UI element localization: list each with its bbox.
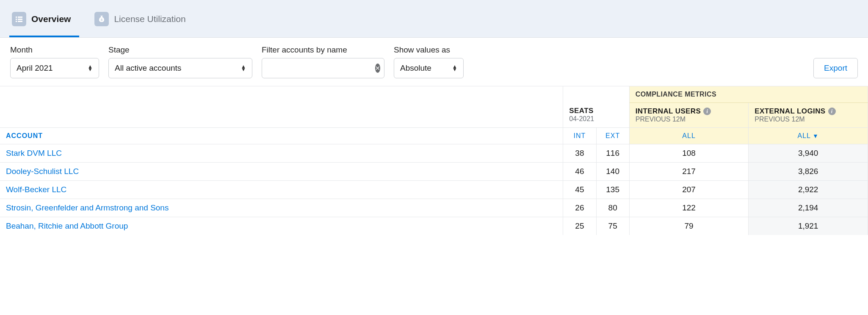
tab-overview[interactable]: Overview <box>9 7 79 37</box>
external-logins-header: EXTERNAL LOGINS i <box>755 107 862 116</box>
filter-month: Month April 2021 ▲▼ <box>10 45 99 78</box>
external-all-column-header[interactable]: ALL▼ <box>749 128 868 144</box>
stage-select[interactable]: All active accounts ▲▼ <box>108 58 252 78</box>
seats-int-cell: 46 <box>563 163 596 181</box>
svg-rect-0 <box>16 17 17 18</box>
internal-users-cell: 108 <box>629 144 749 163</box>
account-link[interactable]: Stark DVM LLC <box>0 144 563 163</box>
external-logins-cell: 3,940 <box>749 144 868 163</box>
seats-ext-cell: 116 <box>596 144 629 163</box>
internal-all-column-header[interactable]: ALL <box>629 128 749 144</box>
filter-name-label: Filter accounts by name <box>262 45 384 55</box>
seats-int-cell: 38 <box>563 144 596 163</box>
month-label: Month <box>10 45 99 55</box>
external-logins-cell: 3,826 <box>749 163 868 181</box>
filter-stage: Stage All active accounts ▲▼ <box>108 45 252 78</box>
internal-users-header: INTERNAL USERS i <box>636 107 743 116</box>
info-icon[interactable]: i <box>828 108 836 115</box>
chevron-updown-icon: ▲▼ <box>452 65 457 71</box>
external-logins-sub: PREVIOUS 12M <box>755 116 862 123</box>
external-logins-cell: 1,921 <box>749 217 868 235</box>
seats-date: 04-2021 <box>569 115 623 123</box>
filter-name: Filter accounts by name ✕ <box>262 45 384 78</box>
internal-users-cell: 207 <box>629 181 749 199</box>
internal-users-cell: 122 <box>629 199 749 217</box>
compliance-metrics-header: COMPLIANCE METRICS <box>629 86 868 103</box>
external-logins-cell: 2,922 <box>749 181 868 199</box>
seats-header: SEATS <box>569 107 623 115</box>
internal-users-sub: PREVIOUS 12M <box>636 116 743 123</box>
account-column-header[interactable]: ACCOUNT <box>0 128 563 144</box>
filters-row: Month April 2021 ▲▼ Stage All active acc… <box>0 38 868 86</box>
seats-int-cell: 45 <box>563 181 596 199</box>
table-row: Stark DVM LLC381161083,940 <box>0 144 868 163</box>
int-column-header[interactable]: INT <box>563 128 596 144</box>
show-values-value: Absolute <box>400 64 431 73</box>
clear-icon[interactable]: ✕ <box>375 64 380 73</box>
svg-text:$: $ <box>101 18 103 22</box>
svg-rect-5 <box>18 21 22 22</box>
internal-users-cell: 79 <box>629 217 749 235</box>
external-logins-cell: 2,194 <box>749 199 868 217</box>
list-icon <box>12 12 26 26</box>
table-row: Beahan, Ritchie and Abbott Group2575791,… <box>0 217 868 235</box>
money-bag-icon: $ <box>94 12 109 26</box>
table-row: Dooley-Schulist LLC461402173,826 <box>0 163 868 181</box>
sort-desc-icon: ▼ <box>813 133 819 139</box>
seats-int-cell: 25 <box>563 217 596 235</box>
month-value: April 2021 <box>17 64 53 73</box>
seats-ext-cell: 135 <box>596 181 629 199</box>
seats-ext-cell: 80 <box>596 199 629 217</box>
stage-label: Stage <box>108 45 252 55</box>
ext-column-header[interactable]: EXT <box>596 128 629 144</box>
month-select[interactable]: April 2021 ▲▼ <box>10 58 99 78</box>
show-values-select[interactable]: Absolute ▲▼ <box>394 58 464 78</box>
info-icon[interactable]: i <box>703 108 711 115</box>
svg-rect-4 <box>16 21 17 22</box>
account-link[interactable]: Strosin, Greenfelder and Armstrong and S… <box>0 199 563 217</box>
filter-name-input[interactable] <box>268 63 370 73</box>
svg-rect-2 <box>16 19 17 20</box>
account-link[interactable]: Beahan, Ritchie and Abbott Group <box>0 217 563 235</box>
chevron-updown-icon: ▲▼ <box>241 65 246 71</box>
svg-rect-1 <box>18 17 22 18</box>
seats-ext-cell: 140 <box>596 163 629 181</box>
tabs-bar: Overview $ License Utilization <box>0 0 868 38</box>
filter-name-input-wrap: ✕ <box>262 58 384 78</box>
chevron-updown-icon: ▲▼ <box>88 65 93 71</box>
internal-users-cell: 217 <box>629 163 749 181</box>
seats-ext-cell: 75 <box>596 217 629 235</box>
filter-show-values: Show values as Absolute ▲▼ <box>394 45 464 78</box>
table-row: Wolf-Becker LLC451352072,922 <box>0 181 868 199</box>
table-row: Strosin, Greenfelder and Armstrong and S… <box>0 199 868 217</box>
show-values-label: Show values as <box>394 45 464 55</box>
account-link[interactable]: Dooley-Schulist LLC <box>0 163 563 181</box>
export-button[interactable]: Export <box>813 58 858 78</box>
tab-license-utilization[interactable]: $ License Utilization <box>92 7 194 37</box>
seats-int-cell: 26 <box>563 199 596 217</box>
account-link[interactable]: Wolf-Becker LLC <box>0 181 563 199</box>
tab-overview-label: Overview <box>31 14 71 24</box>
accounts-table: SEATS 04-2021 COMPLIANCE METRICS INTERNA… <box>0 86 868 235</box>
tab-license-label: License Utilization <box>114 14 185 24</box>
svg-rect-3 <box>18 19 22 20</box>
stage-value: All active accounts <box>115 64 181 73</box>
